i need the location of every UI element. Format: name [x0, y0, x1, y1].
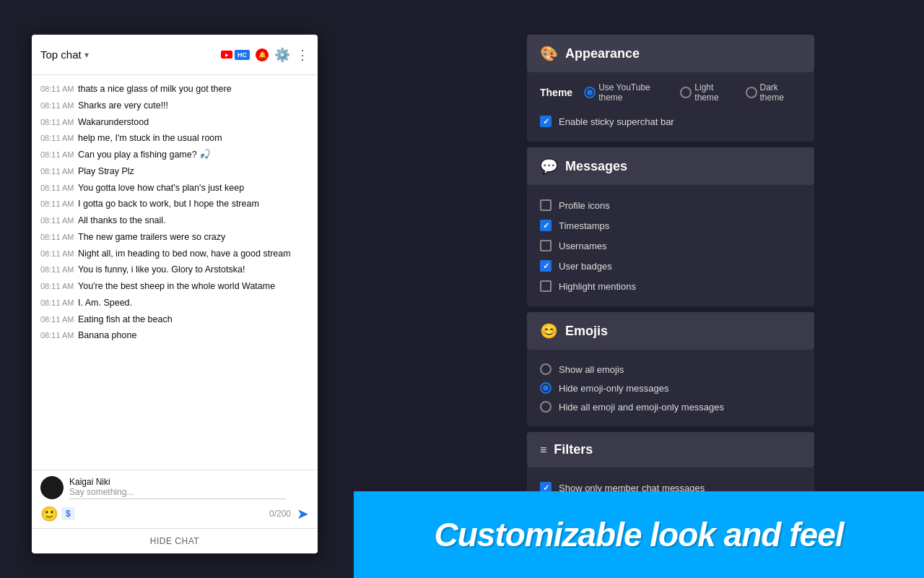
- message-time: 08:11 AM: [40, 148, 78, 162]
- theme-radio-dark[interactable]: [746, 87, 757, 98]
- usernames-label: Usernames: [559, 241, 606, 251]
- timestamps-row: Timestamps: [540, 215, 801, 236]
- chat-message: 08:11 AM thats a nice glass of milk you …: [32, 81, 318, 98]
- appearance-icon: 🎨: [540, 45, 558, 62]
- messages-section: 💬 Messages Profile icons Timestamps User…: [527, 147, 814, 306]
- emojis-title: Emojis: [565, 324, 608, 339]
- hide-emoji-only-radio[interactable]: [540, 382, 552, 394]
- chat-message: 08:11 AM I. Am. Speed.: [32, 295, 318, 311]
- chat-message: 08:11 AM Eating fish at the beach: [32, 311, 318, 328]
- chat-header: Top chat ▾ HC 🔔 ⚙️ ⋮: [32, 35, 318, 75]
- superchat-button[interactable]: $: [61, 507, 75, 520]
- hide-emoji-only-row: Hide emoji-only messages: [540, 379, 801, 397]
- usernames-checkbox[interactable]: [540, 240, 552, 251]
- chat-toolbar: 🙂 $ 0/200 ➤: [40, 505, 309, 522]
- message-time: 08:11 AM: [40, 181, 78, 195]
- show-all-emojis-radio[interactable]: [540, 363, 552, 375]
- hide-chat-button[interactable]: HIDE CHAT: [32, 528, 318, 553]
- theme-dark-label: Dark theme: [760, 82, 802, 103]
- message-time: 08:11 AM: [40, 263, 78, 277]
- appearance-section: 🎨 Appearance Theme Use YouTube theme Lig…: [527, 35, 814, 142]
- header-icons: HC 🔔 ⚙️ ⋮: [221, 47, 309, 63]
- sticky-superchat-checkbox[interactable]: [540, 116, 552, 127]
- message-text: thats a nice glass of milk you got there: [78, 82, 309, 96]
- badge-group: HC: [221, 50, 250, 60]
- chat-input-area: Kaigai Niki Say something... 🙂 $ 0/200 ➤: [32, 470, 318, 528]
- emoji-button[interactable]: 🙂: [40, 505, 58, 522]
- user-info: Kaigai Niki Say something...: [69, 477, 286, 499]
- message-time: 08:11 AM: [40, 280, 78, 293]
- chat-input[interactable]: Say something...: [69, 487, 286, 499]
- theme-youtube-label: Use YouTube theme: [598, 82, 671, 103]
- banner-text: Customizable look and feel: [435, 515, 844, 554]
- theme-radio-youtube[interactable]: [584, 87, 596, 98]
- message-time: 08:11 AM: [40, 82, 78, 96]
- send-button[interactable]: ➤: [297, 505, 309, 522]
- chat-panel: Top chat ▾ HC 🔔 ⚙️ ⋮ 08:11 AM thats a ni…: [32, 35, 318, 553]
- message-text: The new game trailers were so crazy: [78, 230, 309, 244]
- messages-icon: 💬: [540, 158, 558, 175]
- message-time: 08:11 AM: [40, 197, 78, 211]
- chat-message: 08:11 AM help me, I'm stuck in the usual…: [32, 130, 318, 147]
- chevron-down-icon: ▾: [84, 50, 89, 60]
- message-text: You is funny, i like you. Glory to Arsto…: [78, 263, 309, 277]
- hide-all-emoji-radio[interactable]: [540, 401, 552, 413]
- bottom-banner: Customizable look and feel: [354, 491, 924, 578]
- show-all-emojis-row: Show all emojis: [540, 360, 801, 379]
- appearance-header: 🎨 Appearance: [527, 35, 814, 72]
- chat-message: 08:11 AM Wakarunderstood: [32, 114, 318, 131]
- chat-message: 08:11 AM I gotta go back to work, but I …: [32, 196, 318, 212]
- message-time: 08:11 AM: [40, 296, 78, 310]
- chat-message: 08:11 AM All thanks to the snail.: [32, 212, 318, 229]
- chat-message: 08:11 AM Banana phone: [32, 327, 318, 344]
- user-badges-checkbox[interactable]: [540, 260, 552, 272]
- highlight-mentions-label: Highlight mentions: [559, 281, 636, 292]
- emojis-body: Show all emojis Hide emoji-only messages…: [527, 350, 814, 426]
- chat-message: 08:11 AM Sharks are very cute!!!: [32, 98, 318, 114]
- youtube-icon: [221, 51, 232, 59]
- message-text: You gotta love how chat's plan's just ke…: [78, 181, 309, 195]
- profile-icons-checkbox[interactable]: [540, 199, 552, 211]
- message-time: 08:11 AM: [40, 131, 78, 145]
- char-count: 0/200: [269, 509, 291, 519]
- message-time: 08:11 AM: [40, 165, 78, 178]
- usernames-row: Usernames: [540, 236, 801, 256]
- message-text: Play Stray Plz: [78, 165, 309, 178]
- highlight-mentions-row: Highlight mentions: [540, 276, 801, 296]
- show-all-emojis-label: Show all emojis: [559, 364, 624, 375]
- message-time: 08:11 AM: [40, 116, 78, 129]
- notification-badge: 🔔: [256, 48, 269, 61]
- message-text: Can you play a fishing game? 🎣: [78, 148, 309, 162]
- theme-option-youtube[interactable]: Use YouTube theme: [584, 82, 671, 103]
- message-time: 08:11 AM: [40, 247, 78, 261]
- filters-header: ≡ Filters: [527, 432, 814, 467]
- theme-light-label: Light theme: [694, 82, 736, 103]
- message-time: 08:11 AM: [40, 214, 78, 228]
- highlight-mentions-checkbox[interactable]: [540, 280, 552, 292]
- message-time: 08:11 AM: [40, 99, 78, 113]
- chat-message: 08:11 AM The new game trailers were so c…: [32, 229, 318, 246]
- message-text: All thanks to the snail.: [78, 214, 309, 228]
- messages-header: 💬 Messages: [527, 147, 814, 185]
- theme-option-dark[interactable]: Dark theme: [746, 82, 802, 103]
- theme-option-light[interactable]: Light theme: [680, 82, 736, 103]
- filters-icon: ≡: [540, 444, 546, 457]
- more-icon[interactable]: ⋮: [296, 47, 309, 63]
- message-text: I gotta go back to work, but I hope the …: [78, 197, 309, 211]
- chat-message: 08:11 AM Can you play a fishing game? 🎣: [32, 147, 318, 163]
- message-text: Eating fish at the beach: [78, 313, 309, 327]
- user-badges-label: User badges: [559, 261, 612, 272]
- chat-message: 08:11 AM Play Stray Plz: [32, 163, 318, 180]
- hide-all-emoji-row: Hide all emoji and emoji-only messages: [540, 397, 801, 416]
- theme-radio-light[interactable]: [680, 87, 692, 98]
- theme-row: Theme Use YouTube theme Light theme Dark…: [540, 82, 801, 103]
- messages-title: Messages: [565, 159, 627, 174]
- chat-title[interactable]: Top chat ▾: [40, 48, 89, 61]
- message-text: You're the best sheep in the whole world…: [78, 280, 309, 293]
- avatar: [40, 476, 64, 499]
- settings-icon[interactable]: ⚙️: [274, 47, 290, 63]
- appearance-title: Appearance: [565, 46, 640, 61]
- message-text: Night all, im heading to bed now, have a…: [78, 247, 309, 261]
- timestamps-checkbox[interactable]: [540, 220, 552, 231]
- username: Kaigai Niki: [69, 477, 286, 487]
